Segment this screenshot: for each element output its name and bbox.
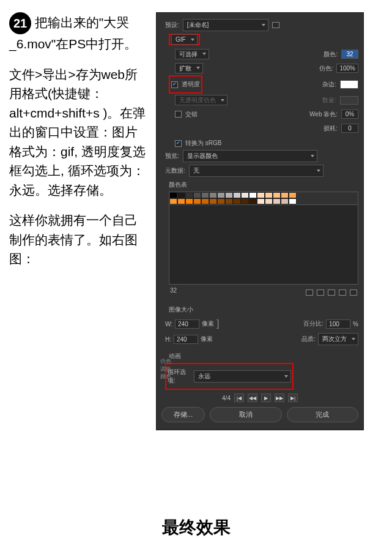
matte-swatch[interactable] xyxy=(340,80,358,89)
color-swatch-cell[interactable] xyxy=(273,192,281,198)
color-swatch-cell[interactable] xyxy=(177,198,185,204)
websnap-input[interactable]: 0% xyxy=(341,110,358,119)
color-swatch-cell[interactable] xyxy=(225,192,233,198)
color-swatch-cell[interactable] xyxy=(241,198,249,204)
preset-label: 预设: xyxy=(165,21,179,29)
matte-label: 杂边: xyxy=(322,80,336,89)
paragraph-2: 这样你就拥有一个自己制作的表情了。如右图图： xyxy=(9,211,150,269)
palette-trash-icon[interactable] xyxy=(350,290,357,296)
amount-label: 数量: xyxy=(322,96,336,105)
animation-label: 动画 xyxy=(169,352,358,361)
preview-dropdown[interactable]: 显示器颜色 xyxy=(183,150,317,162)
frame-counter: 4/4 xyxy=(222,395,231,402)
color-swatch-cell[interactable] xyxy=(281,198,289,204)
color-swatch-cell[interactable] xyxy=(265,198,273,204)
colors-label: 颜色: xyxy=(324,50,338,59)
percent-label: 百分比: xyxy=(303,319,324,328)
preset-dropdown[interactable]: [未命名] xyxy=(183,19,268,31)
color-swatch-cell[interactable] xyxy=(193,198,201,204)
color-swatch-cell[interactable] xyxy=(201,192,209,198)
color-swatch-cell[interactable] xyxy=(233,192,241,198)
lossy-input[interactable]: 0 xyxy=(341,124,358,133)
color-swatch-cell[interactable] xyxy=(185,198,193,204)
colors-input[interactable]: 32 xyxy=(341,50,358,59)
color-swatch-cell[interactable] xyxy=(249,198,257,204)
amount-input xyxy=(340,96,358,105)
selectable-dropdown[interactable]: 可选择 xyxy=(175,49,209,59)
palette-new-icon[interactable] xyxy=(339,290,346,296)
width-input[interactable] xyxy=(175,319,199,329)
color-swatch-cell[interactable] xyxy=(169,192,177,198)
metadata-label: 元数据: xyxy=(165,166,185,175)
websnap-label: Web 靠色: xyxy=(309,110,338,119)
palette-count: 32 xyxy=(170,287,177,298)
loop-dropdown[interactable]: 永远 xyxy=(194,370,291,383)
save-for-web-panel: 预设: [未命名] GIF 可选择 颜色:32 扩散 仿色:100% xyxy=(156,12,364,430)
image-size-label: 图像大小 xyxy=(169,305,358,314)
next-frame-button[interactable]: ▶▶ xyxy=(275,394,284,402)
color-swatch-cell[interactable] xyxy=(281,192,289,198)
cancel-button[interactable]: 取消 xyxy=(210,407,281,422)
link-dimensions-icon[interactable]: ] xyxy=(216,318,219,329)
quality-dropdown[interactable]: 两次立方 xyxy=(318,333,358,345)
color-table-label: 颜色表 xyxy=(169,181,358,189)
preset-menu-icon[interactable] xyxy=(272,22,279,28)
palette-icon-1[interactable] xyxy=(306,290,313,296)
percent-unit: % xyxy=(353,321,358,327)
transparency-label: 透明度 xyxy=(182,80,200,89)
save-button[interactable]: 存储... xyxy=(161,407,205,422)
color-swatch-cell[interactable] xyxy=(185,192,193,198)
palette-lock-icon[interactable] xyxy=(328,290,335,296)
px-label-h: 像素 xyxy=(201,335,213,343)
height-label: H: xyxy=(165,336,171,343)
height-input[interactable] xyxy=(174,335,198,344)
srgb-label: 转换为 sRGB xyxy=(185,139,221,148)
color-swatch-cell[interactable] xyxy=(169,198,177,204)
srgb-checkbox[interactable] xyxy=(175,140,182,147)
interlaced-label: 交错 xyxy=(185,110,198,119)
color-swatch-cell[interactable] xyxy=(265,192,273,198)
color-swatch-cell[interactable] xyxy=(217,192,225,198)
color-swatch-cell[interactable] xyxy=(233,198,241,204)
format-dropdown[interactable]: GIF xyxy=(171,34,198,45)
width-label: W: xyxy=(165,321,172,327)
color-swatch-cell[interactable] xyxy=(201,198,209,204)
transparency-checkbox[interactable] xyxy=(171,81,178,88)
preview-label: 预览: xyxy=(165,152,179,160)
quality-label: 品质: xyxy=(301,335,316,343)
color-table-grid[interactable] xyxy=(169,192,358,205)
px-label-w: 像素 xyxy=(202,319,214,328)
diffusion-dropdown[interactable]: 扩散 xyxy=(175,63,203,73)
prev-frame-button[interactable]: ◀◀ xyxy=(248,394,257,402)
play-button[interactable]: ▶ xyxy=(261,394,271,402)
metadata-dropdown[interactable]: 无 xyxy=(189,165,324,177)
first-frame-button[interactable]: |◀ xyxy=(234,394,244,402)
color-swatch-cell[interactable] xyxy=(225,198,233,204)
side-tabs: 仿色 调板 颜色 xyxy=(160,357,171,381)
no-trans-dither-dropdown[interactable]: 无透明度仿色 xyxy=(175,95,227,105)
color-table-empty xyxy=(169,205,358,285)
interlaced-checkbox[interactable] xyxy=(175,111,182,118)
color-swatch-cell[interactable] xyxy=(209,192,217,198)
color-swatch-cell[interactable] xyxy=(177,192,185,198)
color-swatch-cell[interactable] xyxy=(257,198,265,204)
color-swatch-cell[interactable] xyxy=(289,192,297,198)
percent-input[interactable] xyxy=(326,319,350,329)
color-swatch-cell[interactable] xyxy=(289,198,297,204)
lossy-label: 损耗: xyxy=(324,124,338,133)
color-swatch-cell[interactable] xyxy=(273,198,281,204)
dither-label: 仿色: xyxy=(319,64,333,73)
last-frame-button[interactable]: ▶| xyxy=(288,394,298,402)
palette-icon-2[interactable] xyxy=(317,290,324,296)
color-swatch-cell[interactable] xyxy=(241,192,249,198)
step-number-badge: 21 xyxy=(9,12,31,34)
color-swatch-cell[interactable] xyxy=(217,198,225,204)
color-swatch-cell[interactable] xyxy=(249,192,257,198)
color-swatch-cell[interactable] xyxy=(209,198,217,204)
color-swatch-cell[interactable] xyxy=(257,192,265,198)
done-button[interactable]: 完成 xyxy=(287,407,358,422)
paragraph-1: 文件>导出>存为web所用格式(快捷键：alt+cmd+shift+s )。在弹… xyxy=(9,65,150,200)
dither-input[interactable]: 100% xyxy=(336,64,358,73)
final-result-heading: 最终效果 xyxy=(0,516,392,538)
color-swatch-cell[interactable] xyxy=(193,192,201,198)
